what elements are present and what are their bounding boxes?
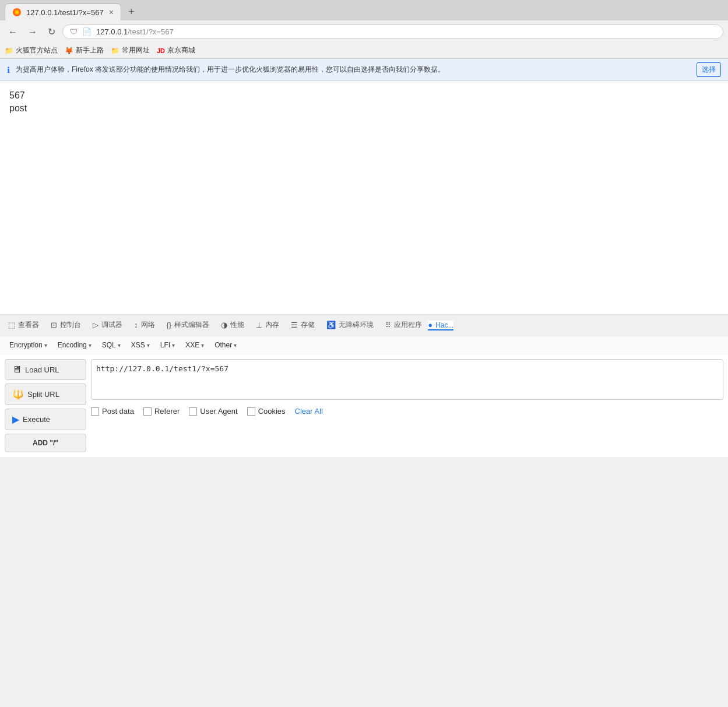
add-slash-button[interactable]: ADD "/" (5, 434, 86, 452)
hackbar-menu: Encryption ▾ Encoding ▾ SQL ▾ XSS ▾ LFI … (0, 336, 728, 354)
devtools-tab-hackbar[interactable]: ● Hac... (428, 321, 453, 330)
hackbar-menu-label-encryption: Encryption (9, 341, 43, 349)
page-output-post: post (9, 103, 719, 114)
devtools-tab-memory[interactable]: ⊥ 内存 (250, 315, 285, 336)
hackbar-menu-sql[interactable]: SQL ▾ (97, 339, 125, 351)
referer-label: Referer (154, 407, 180, 416)
refresh-button[interactable]: ↻ (44, 24, 59, 40)
tab-title: 127.0.0.1/test1/?x=567 (26, 8, 104, 17)
devtools-tab-accessibility[interactable]: ♿ 无障碍环境 (321, 315, 379, 336)
devtools-tab-label-hackbar: Hac... (435, 321, 453, 329)
devtools-tab-label-accessibility: 无障碍环境 (339, 320, 374, 330)
storage-icon: ☰ (291, 321, 298, 329)
hackbar-menu-other[interactable]: Other ▾ (210, 339, 241, 351)
tab-bar: 127.0.0.1/test1/?x=567 × + (0, 0, 728, 20)
bookmark-folder-icon-1: 📁 (5, 47, 13, 55)
nav-bar: ← → ↻ 🛡 📄 127.0.0.1/test1/?x=567 (0, 20, 728, 43)
security-shield-icon: 🛡 (70, 27, 78, 36)
post-data-checkbox-item[interactable]: Post data (91, 407, 134, 416)
url-input-area[interactable]: http://127.0.0.1/test1/?x=567 (91, 359, 723, 400)
load-url-button[interactable]: 🖥 Load URL (5, 359, 86, 380)
devtools-tab-label-performance: 性能 (230, 320, 244, 330)
split-url-button[interactable]: 🔱 Split URL (5, 384, 86, 405)
sql-dropdown-arrow-icon: ▾ (118, 342, 121, 349)
debugger-icon: ▷ (93, 321, 99, 329)
clear-all-button[interactable]: Clear All (295, 407, 323, 416)
hackbar-menu-encryption[interactable]: Encryption ▾ (5, 339, 52, 351)
page-content: 567 post (0, 81, 728, 314)
encryption-dropdown-arrow-icon: ▾ (44, 342, 47, 349)
console-icon: ⊡ (51, 321, 57, 329)
devtools-tab-inspector[interactable]: ⬚ 查看器 (2, 315, 45, 336)
back-button[interactable]: ← (5, 24, 21, 40)
devtools-tab-style-editor[interactable]: {} 样式编辑器 (161, 315, 216, 336)
xss-dropdown-arrow-icon: ▾ (147, 342, 150, 349)
info-bar-button[interactable]: 选择 (697, 62, 721, 77)
bookmark-label-4: 京东商城 (167, 45, 195, 55)
referer-checkbox[interactable] (143, 407, 152, 416)
devtools-tab-application[interactable]: ⠿ 应用程序 (379, 315, 428, 336)
new-tab-button[interactable]: + (124, 3, 139, 20)
hackbar-menu-label-encoding: Encoding (58, 341, 87, 349)
hackbar-menu-label-lfi: LFI (160, 341, 170, 349)
application-icon: ⠿ (385, 321, 391, 329)
hackbar-menu-label-other: Other (214, 341, 232, 349)
bookmark-item-3[interactable]: 📁 常用网址 (111, 45, 150, 55)
bookmark-item-2[interactable]: 🦊 新手上路 (65, 45, 104, 55)
devtools-tab-label-network: 网络 (141, 320, 155, 330)
performance-icon: ◑ (221, 321, 227, 329)
cookies-checkbox[interactable] (247, 407, 255, 416)
devtools-tab-performance[interactable]: ◑ 性能 (215, 315, 250, 336)
hackbar-menu-encoding[interactable]: Encoding ▾ (53, 339, 96, 351)
hackbar-menu-xss[interactable]: XSS ▾ (126, 339, 154, 351)
hackbar-content-area: http://127.0.0.1/test1/?x=567 Post data … (91, 359, 723, 452)
active-tab[interactable]: 127.0.0.1/test1/?x=567 × (5, 3, 121, 20)
address-path: /test1/?x=567 (128, 27, 173, 36)
address-domain: 127.0.0.1 (96, 27, 128, 36)
forward-button[interactable]: → (24, 24, 41, 40)
devtools-tab-label-style-editor: 样式编辑器 (174, 320, 209, 330)
devtools-tab-debugger[interactable]: ▷ 调试器 (87, 315, 128, 336)
svg-point-2 (16, 11, 18, 13)
bookmark-label-3: 常用网址 (122, 45, 150, 55)
cookies-label: Cookies (258, 407, 286, 416)
post-data-label: Post data (102, 407, 134, 416)
hackbar-checkboxes: Post data Referer User Agent Cookies C (91, 404, 723, 418)
devtools-tab-label-console: 控制台 (60, 320, 81, 330)
network-icon: ↕ (134, 321, 138, 329)
load-url-label: Load URL (25, 365, 59, 374)
hackbar-menu-lfi[interactable]: LFI ▾ (156, 339, 180, 351)
bookmark-label-1: 火狐官方站点 (16, 45, 58, 55)
encoding-dropdown-arrow-icon: ▾ (89, 342, 92, 349)
hackbar-panel: Encryption ▾ Encoding ▾ SQL ▾ XSS ▾ LFI … (0, 336, 728, 457)
devtools-tab-network[interactable]: ↕ 网络 (128, 315, 161, 336)
post-data-checkbox[interactable] (91, 407, 99, 416)
hackbar-menu-label-xss: XSS (131, 341, 145, 349)
bookmark-item-1[interactable]: 📁 火狐官方站点 (5, 45, 58, 55)
accessibility-icon: ♿ (326, 321, 336, 329)
bookmark-jd-icon: JD (157, 47, 165, 54)
devtools-tab-label-application: 应用程序 (394, 320, 422, 330)
execute-button[interactable]: ▶ Execute (5, 409, 86, 430)
address-bar[interactable]: 🛡 📄 127.0.0.1/test1/?x=567 (62, 24, 723, 39)
hackbar-menu-label-xxe: XXE (185, 341, 199, 349)
execute-label: Execute (23, 415, 50, 424)
devtools-tab-console[interactable]: ⊡ 控制台 (45, 315, 87, 336)
memory-icon: ⊥ (256, 321, 262, 329)
bookmark-item-4[interactable]: JD 京东商城 (157, 45, 195, 55)
user-agent-checkbox-item[interactable]: User Agent (189, 407, 237, 416)
other-dropdown-arrow-icon: ▾ (234, 342, 237, 349)
tab-favicon-icon (12, 8, 22, 17)
tab-close-button[interactable]: × (109, 8, 114, 17)
info-bar-text: 为提高用户体验，Firefox 将发送部分功能的使用情况给我们，用于进一步优化火… (16, 65, 691, 75)
load-url-icon: 🖥 (12, 364, 22, 375)
devtools-tabs: ⬚ 查看器 ⊡ 控制台 ▷ 调试器 ↕ 网络 {} 样式编辑器 ◑ 性能 ⊥ 内… (0, 315, 728, 336)
hackbar-menu-xxe[interactable]: XXE ▾ (181, 339, 209, 351)
page-icon: 📄 (82, 27, 92, 36)
devtools-tab-label-debugger: 调试器 (101, 320, 122, 330)
devtools-tab-label-inspector: 查看器 (18, 320, 39, 330)
cookies-checkbox-item[interactable]: Cookies (247, 407, 286, 416)
referer-checkbox-item[interactable]: Referer (143, 407, 180, 416)
devtools-tab-storage[interactable]: ☰ 存储 (285, 315, 321, 336)
user-agent-checkbox[interactable] (189, 407, 197, 416)
